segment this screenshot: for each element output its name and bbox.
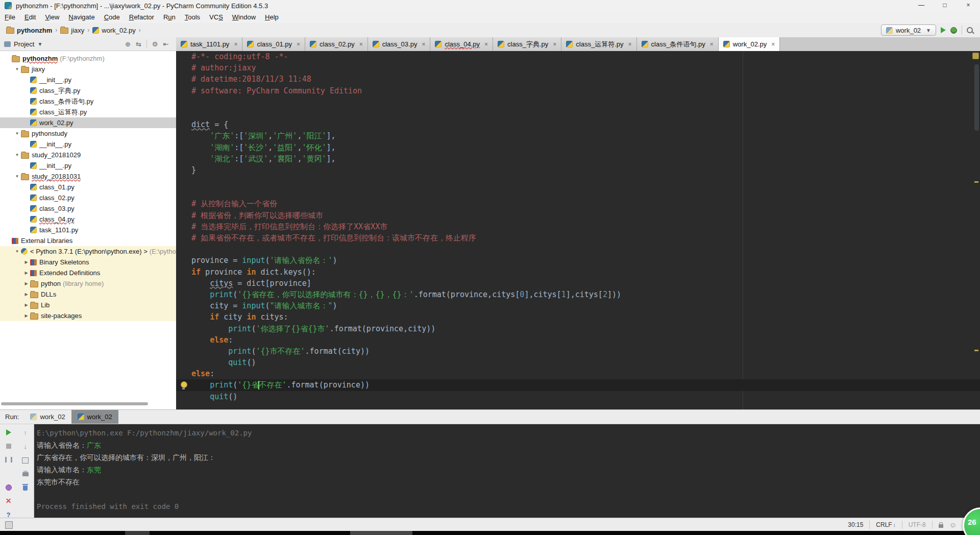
breadcrumb-item[interactable]: work_02.py — [92, 27, 135, 34]
hide-panel-icon[interactable]: ⇤ — [163, 40, 168, 48]
editor-tab[interactable]: class_条件语句.py× — [637, 37, 719, 51]
expanded-arrow-icon[interactable]: ▼ — [13, 153, 21, 157]
tree-row[interactable]: ▶Lib — [0, 300, 176, 310]
tree-row[interactable]: __init__.py — [0, 139, 176, 150]
code-editor[interactable]: #-*- coding:utf-8 -*-# author:jiaxy# dat… — [176, 51, 980, 409]
tree-row[interactable]: class_04.py — [0, 214, 176, 225]
close-tab-icon[interactable]: × — [359, 41, 363, 48]
tree-row[interactable]: ▼pythonstudy — [0, 128, 176, 139]
up-stack-trace-icon[interactable]: ↑ — [23, 429, 27, 436]
tree-row[interactable]: class_运算符.py — [0, 107, 176, 117]
expanded-arrow-icon[interactable]: ▼ — [13, 174, 21, 179]
menu-item-help[interactable]: Help — [260, 13, 283, 21]
collapse-all-icon[interactable]: ⇆ — [136, 40, 141, 48]
close-tab-icon[interactable]: × — [553, 41, 556, 48]
menu-item-run[interactable]: Run — [159, 13, 180, 21]
close-tab-icon[interactable]: × — [710, 41, 714, 48]
breadcrumb-item[interactable]: jiaxy — [60, 27, 84, 34]
console-tab[interactable]: work_02 — [71, 410, 118, 424]
tree-row[interactable]: ▼study_20181029 — [0, 150, 176, 160]
warning-mark[interactable] — [974, 350, 978, 351]
menu-item-view[interactable]: View — [40, 13, 64, 21]
collapsed-arrow-icon[interactable]: ▶ — [22, 313, 30, 318]
clear-console-icon[interactable] — [23, 484, 28, 491]
tree-row[interactable]: class_01.py — [0, 182, 176, 192]
close-tab-icon[interactable]: × — [234, 41, 237, 48]
caret-position[interactable]: 30:15 — [848, 521, 863, 528]
expanded-arrow-icon[interactable]: ▼ — [13, 67, 21, 71]
vertical-scrollbar[interactable] — [974, 64, 979, 131]
close-button[interactable]: × — [957, 0, 980, 11]
close-tab-icon[interactable]: × — [297, 41, 300, 48]
tree-row[interactable]: pythonzhm (F:\pythonzhm) — [0, 53, 176, 64]
tree-row[interactable]: class_字典.py — [0, 85, 176, 96]
editor-tab[interactable]: task_1101.py× — [176, 37, 242, 51]
tree-row[interactable]: __init__.py — [0, 160, 176, 171]
tree-row[interactable]: ▼jiaxy — [0, 64, 176, 75]
editor-tab[interactable]: work_02.py× — [719, 37, 780, 51]
debug-button[interactable] — [950, 27, 957, 34]
readonly-lock-icon[interactable] — [939, 524, 943, 528]
scroll-from-source-icon[interactable]: ⊕ — [125, 40, 131, 48]
tree-row[interactable]: class_02.py — [0, 192, 176, 203]
editor-tab[interactable]: class_04.py× — [430, 37, 493, 51]
tree-row[interactable]: task_1101.py — [0, 225, 176, 235]
menu-item-file[interactable]: File — [0, 13, 20, 21]
print-icon[interactable] — [22, 471, 29, 477]
editor-tab[interactable]: class_01.py× — [242, 37, 305, 51]
pin-tab-icon[interactable] — [6, 484, 12, 491]
maximize-button[interactable]: □ — [933, 0, 957, 11]
run-console-output[interactable]: E:\python\python.exe F:/pythonzhm/jiaxy/… — [34, 424, 980, 518]
close-tab-icon[interactable]: × — [771, 41, 775, 48]
rerun-button[interactable] — [6, 429, 11, 436]
editor-tab[interactable]: class_02.py× — [305, 37, 368, 51]
menu-item-edit[interactable]: Edit — [20, 13, 40, 21]
down-stack-trace-icon[interactable]: ↓ — [23, 443, 27, 450]
stop-button[interactable] — [6, 443, 11, 450]
tree-row[interactable]: ▼study_20181031 — [0, 171, 176, 182]
minimize-button[interactable]: — — [910, 0, 933, 11]
collapsed-arrow-icon[interactable]: ▶ — [22, 303, 30, 307]
menu-item-code[interactable]: Code — [100, 13, 125, 21]
close-panel-button[interactable]: ✕ — [6, 498, 12, 504]
tree-row[interactable]: ▶site-packages — [0, 310, 176, 321]
close-tab-icon[interactable]: × — [628, 41, 632, 48]
collapsed-arrow-icon[interactable]: ▶ — [22, 292, 30, 297]
settings-icon[interactable]: ⚙ — [152, 40, 158, 48]
menu-item-refactor[interactable]: Refactor — [125, 13, 159, 21]
restore-layout-icon[interactable] — [22, 457, 29, 464]
run-configuration-select[interactable]: work_02 ▼ — [881, 25, 936, 36]
run-button[interactable] — [941, 27, 946, 33]
chevron-down-icon[interactable]: ▼ — [37, 41, 42, 47]
tree-row[interactable]: class_条件语句.py — [0, 96, 176, 107]
breadcrumb-item[interactable]: pythonzhm — [6, 27, 52, 34]
expanded-arrow-icon[interactable]: ▼ — [13, 249, 21, 254]
tree-row[interactable]: class_03.py — [0, 203, 176, 214]
menu-item-vcs[interactable]: VCS — [205, 13, 228, 21]
console-tab[interactable]: work_02 — [24, 410, 71, 424]
file-encoding[interactable]: UTF-8 — [909, 521, 926, 528]
editor-tab[interactable]: class_运算符.py× — [561, 37, 636, 51]
inspection-status-icon[interactable] — [972, 53, 979, 59]
collapsed-arrow-icon[interactable]: ▶ — [22, 281, 30, 286]
toolwindow-toggle-icon[interactable] — [5, 521, 13, 529]
inspections-hector-icon[interactable]: ☺ — [949, 521, 957, 529]
pause-button[interactable] — [5, 457, 12, 464]
editor-tab[interactable]: class_03.py× — [368, 37, 431, 51]
tree-row[interactable]: ▶Binary Skeletons — [0, 257, 176, 268]
collapsed-arrow-icon[interactable]: ▶ — [22, 271, 30, 275]
collapsed-arrow-icon[interactable]: ▶ — [22, 260, 30, 264]
warning-mark[interactable] — [974, 181, 978, 183]
intention-bulb-icon[interactable] — [181, 381, 187, 388]
horizontal-scrollbar[interactable] — [1, 402, 148, 405]
tree-row[interactable]: ▶python (library home) — [0, 278, 176, 289]
tree-row[interactable]: ▶DLLs — [0, 289, 176, 300]
menu-item-navigate[interactable]: Navigate — [64, 13, 99, 21]
tree-row[interactable]: ▼< Python 3.7.1 (E:\python\python.exe) >… — [0, 246, 176, 257]
tree-row[interactable]: External Libraries — [0, 235, 176, 246]
editor-tab[interactable]: class_字典.py× — [493, 37, 561, 51]
tree-row[interactable]: work_02.py — [0, 117, 176, 128]
tree-row[interactable]: ▶Extended Definitions — [0, 268, 176, 278]
expanded-arrow-icon[interactable]: ▼ — [13, 131, 21, 136]
line-ending-selector[interactable]: CRLF↕ — [876, 521, 895, 528]
